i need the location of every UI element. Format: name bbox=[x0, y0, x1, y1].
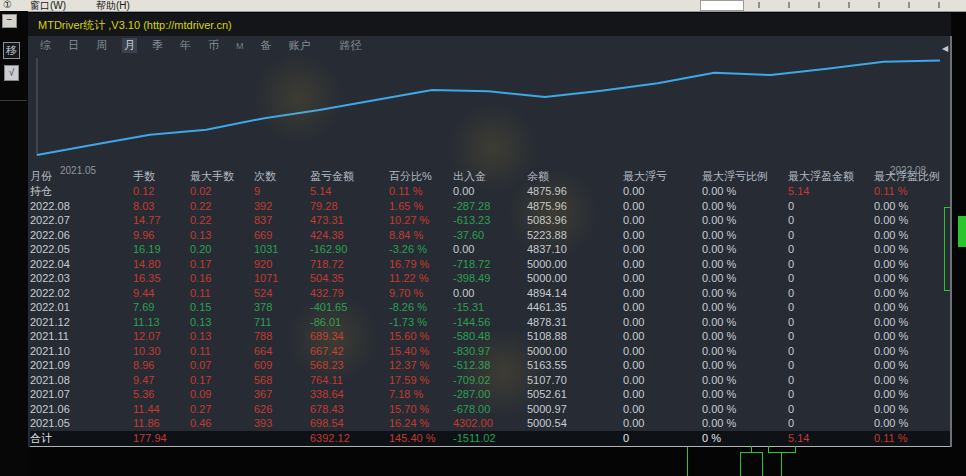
row-label: 2022.05 bbox=[30, 242, 133, 257]
toolbar-icon[interactable] bbox=[818, 2, 820, 8]
toolbar-icon[interactable] bbox=[788, 2, 790, 8]
scroll-arrow-icon[interactable]: ◀ bbox=[942, 44, 948, 53]
table-row[interactable]: 2022.0714.770.22837473.3110.27 %-613.235… bbox=[30, 213, 950, 228]
table-cell: -8.26 % bbox=[389, 300, 453, 315]
table-row[interactable]: 2021.0511.860.46393698.5416.24 %4302.005… bbox=[30, 416, 950, 431]
column-header[interactable]: 最大浮盈金额 bbox=[788, 168, 874, 184]
table-row[interactable]: 2021.089.470.17568764.1117.59 %-709.0251… bbox=[30, 373, 950, 388]
toolbar-input-box[interactable] bbox=[700, 0, 744, 11]
tab-week[interactable]: 周 bbox=[94, 38, 109, 53]
tab-quarter[interactable]: 季 bbox=[150, 38, 165, 53]
tab-backup[interactable]: 备 bbox=[259, 38, 274, 53]
table-cell: -398.49 bbox=[453, 271, 527, 286]
tab-m[interactable]: M bbox=[234, 41, 246, 51]
table-cell: 0.00 % bbox=[874, 373, 950, 388]
table-cell: 5107.70 bbox=[527, 373, 623, 388]
table-row[interactable]: 2022.0516.190.201031-162.90-3.26 %0.0048… bbox=[30, 242, 950, 257]
table-cell: 0.00 % bbox=[702, 358, 788, 373]
toolbar-icon[interactable] bbox=[938, 2, 940, 8]
table-cell: 0.00 bbox=[623, 228, 702, 243]
table-row[interactable]: 2022.0316.350.161071504.3511.22 %-398.49… bbox=[30, 271, 950, 286]
row-label: 2021.07 bbox=[30, 387, 133, 402]
table-row[interactable]: 2022.017.690.15378-401.65-8.26 %-15.3144… bbox=[30, 300, 950, 315]
scrollbar[interactable] bbox=[950, 36, 952, 447]
table-row[interactable]: 2022.088.030.2239279.281.65 %-287.284875… bbox=[30, 199, 950, 214]
os-menubar: ① 窗口(W) 帮助(H) bbox=[0, 0, 966, 12]
column-header[interactable]: 盈亏金额 bbox=[310, 168, 389, 184]
table-cell: 711 bbox=[254, 315, 310, 330]
table-cell: 4302.00 bbox=[453, 416, 527, 431]
table-row[interactable]: 2021.1112.070.13788689.3415.60 %-580.485… bbox=[30, 329, 950, 344]
table-row[interactable]: 2022.029.440.11524432.799.70 %0.004894.1… bbox=[30, 286, 950, 301]
table-cell: 4894.14 bbox=[527, 286, 623, 301]
table-cell: 16.19 bbox=[133, 242, 190, 257]
table-row[interactable]: 2022.0414.800.17920718.7216.79 %-718.725… bbox=[30, 257, 950, 272]
row-label: 2021.12 bbox=[30, 315, 133, 330]
column-header[interactable]: 手数 bbox=[133, 168, 190, 184]
menubar-item-help[interactable]: 帮助(H) bbox=[96, 0, 130, 12]
table-cell: 0.00 bbox=[623, 416, 702, 431]
stats-table: 月份手数最大手数次数盈亏金额百分比%出入金余额最大浮亏最大浮亏比例最大浮盈金额最… bbox=[30, 168, 950, 447]
table-cell: 0.00 % bbox=[702, 213, 788, 228]
toolbar-icon[interactable] bbox=[908, 2, 910, 8]
tab-summary[interactable]: 综 bbox=[38, 38, 53, 53]
column-header[interactable]: 最大浮亏比例 bbox=[702, 168, 788, 184]
tab-path[interactable]: 路径 bbox=[338, 38, 364, 53]
table-cell bbox=[254, 431, 310, 446]
table-cell: 0.27 bbox=[190, 402, 254, 417]
column-header[interactable]: 次数 bbox=[254, 168, 310, 184]
tab-year[interactable]: 年 bbox=[178, 38, 193, 53]
annotation-bracket-right-bottom bbox=[944, 290, 950, 291]
table-cell: 0.00 bbox=[623, 387, 702, 402]
table-cell: 16.79 % bbox=[389, 257, 453, 272]
toolbar-icon[interactable] bbox=[848, 2, 850, 8]
menubar-fragment: ① bbox=[3, 0, 12, 10]
column-header[interactable]: 百分比% bbox=[389, 168, 453, 184]
table-cell: 14.77 bbox=[133, 213, 190, 228]
table-cell: 0.46 bbox=[190, 416, 254, 431]
table-cell: 177.94 bbox=[133, 431, 190, 446]
table-row[interactable]: 2021.1010.300.11664667.4215.40 %-830.975… bbox=[30, 344, 950, 359]
table-cell: 0 bbox=[788, 344, 874, 359]
table-row[interactable]: 2021.098.960.07609568.2312.37 %-512.3851… bbox=[30, 358, 950, 373]
column-header[interactable]: 余额 bbox=[527, 168, 623, 184]
table-cell: 698.54 bbox=[310, 416, 389, 431]
toolbar-icon[interactable] bbox=[758, 2, 760, 8]
menubar-item-window[interactable]: 窗口(W) bbox=[30, 0, 66, 12]
check-tool-button[interactable]: √ bbox=[4, 65, 19, 81]
tab-currency[interactable]: 币 bbox=[206, 38, 221, 53]
column-header[interactable]: 最大浮盈比例 bbox=[874, 168, 950, 184]
table-row[interactable]: 2021.0611.440.27626678.4315.70 %-678.005… bbox=[30, 402, 950, 417]
table-cell: 0.00 % bbox=[874, 402, 950, 417]
table-cell: 4875.96 bbox=[527, 199, 623, 214]
total-row[interactable]: 合计177.946392.12145.40 %-1511.0200 %5.140… bbox=[30, 431, 950, 447]
table-row[interactable]: 2022.069.960.13669424.388.84 %-37.605223… bbox=[30, 228, 950, 243]
column-header[interactable]: 最大浮亏 bbox=[623, 168, 702, 184]
table-cell: 524 bbox=[254, 286, 310, 301]
tab-account[interactable]: 账户 bbox=[287, 38, 313, 53]
table-cell: 11.22 % bbox=[389, 271, 453, 286]
row-label: 持仓 bbox=[30, 184, 133, 199]
column-header[interactable]: 月份 bbox=[30, 168, 133, 184]
table-cell: 0.17 bbox=[190, 373, 254, 388]
tab-day[interactable]: 日 bbox=[66, 38, 81, 53]
column-header[interactable]: 出入金 bbox=[453, 168, 527, 184]
table-cell: 0 bbox=[788, 373, 874, 388]
column-header[interactable]: 最大手数 bbox=[190, 168, 254, 184]
table-cell: 0.00 % bbox=[702, 286, 788, 301]
table-cell: 678.43 bbox=[310, 402, 389, 417]
table-row[interactable]: 2021.1211.130.13711-86.01-1.73 %-144.564… bbox=[30, 315, 950, 330]
table-cell: 0.00 % bbox=[702, 416, 788, 431]
table-cell: 473.31 bbox=[310, 213, 389, 228]
move-tool-button[interactable]: 移 bbox=[3, 42, 20, 59]
table-cell: 568.23 bbox=[310, 358, 389, 373]
table-row[interactable]: 持仓0.120.0295.140.11 %0.004875.960.000.00… bbox=[30, 184, 950, 199]
table-cell: 0.00 % bbox=[874, 358, 950, 373]
table-row[interactable]: 2021.075.360.09367338.647.18 %-287.00505… bbox=[30, 387, 950, 402]
table-cell: 0 bbox=[788, 300, 874, 315]
minimize-button[interactable]: − bbox=[2, 14, 17, 28]
tab-month[interactable]: 月 bbox=[122, 38, 137, 53]
table-cell: 0.22 bbox=[190, 199, 254, 214]
toolbar-icon[interactable] bbox=[878, 2, 880, 8]
row-label: 2022.04 bbox=[30, 257, 133, 272]
